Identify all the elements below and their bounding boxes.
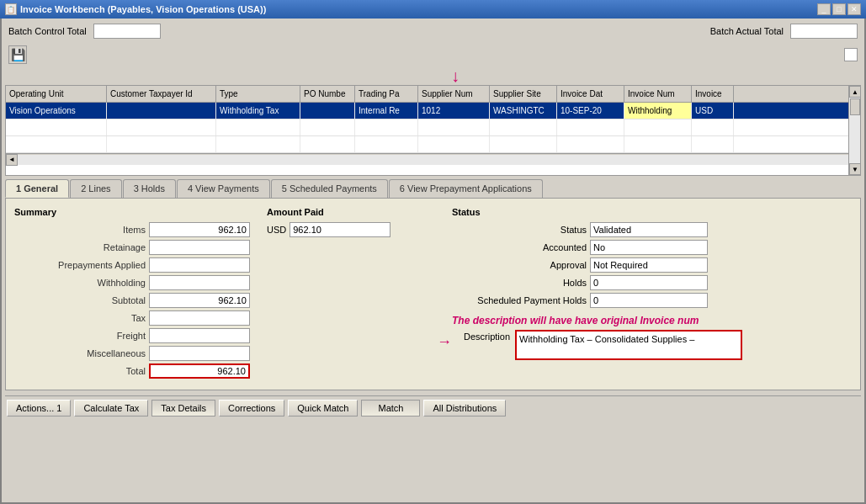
table-row[interactable] [6, 136, 860, 153]
actions-button[interactable]: Actions... 1 [7, 400, 71, 416]
subtotal-input[interactable] [149, 293, 250, 308]
calculate-tax-button[interactable]: Calculate Tax [74, 400, 148, 416]
description-box[interactable]: Withholding Tax – Consolidated Supplies … [515, 330, 742, 360]
batch-control-label: Batch Control Total [8, 26, 87, 36]
cell-supplier-site: WASHINGTC [490, 103, 557, 119]
currency-label: USD [267, 225, 286, 235]
items-input[interactable] [149, 222, 250, 237]
tab-content-general: Summary Items Retainage Prepayments Appl… [5, 198, 861, 390]
scroll-left-button[interactable]: ◄ [6, 154, 18, 166]
scroll-thumb[interactable] [850, 98, 860, 115]
toolbar-checkbox[interactable] [844, 48, 858, 61]
h-scroll-track[interactable] [18, 155, 848, 165]
status-approval-input[interactable] [590, 257, 708, 273]
freight-row: Freight [14, 328, 250, 343]
prepayments-input[interactable] [149, 257, 250, 273]
cell-empty [300, 136, 355, 152]
tab-scheduled-payments[interactable]: 5 Scheduled Payments [271, 179, 388, 198]
status-accounted-input[interactable] [590, 240, 708, 255]
minimize-button[interactable]: _ [817, 3, 831, 15]
right-section: Status Status Accounted Approval Ho [452, 207, 852, 381]
app-icon: 📋 [5, 3, 17, 15]
table-row[interactable] [6, 119, 860, 136]
amount-paid-input[interactable] [290, 222, 390, 237]
cell-empty [300, 119, 355, 135]
toolbar: 💾 [5, 44, 861, 66]
table-row[interactable]: Vision Operations Withholding Tax Intern… [6, 103, 860, 119]
corrections-button[interactable]: Corrections [219, 400, 284, 416]
tax-details-button[interactable]: Tax Details [151, 400, 215, 416]
tab-view-prepayment[interactable]: 6 View Prepayment Applications [389, 179, 543, 198]
quick-match-button[interactable]: Quick Match [288, 400, 358, 416]
horizontal-scrollbar[interactable]: ◄ ► [6, 153, 860, 165]
total-label: Total [45, 366, 146, 376]
amount-paid-section: Amount Paid USD [267, 207, 435, 381]
window-controls[interactable]: _ □ ✕ [817, 3, 861, 15]
description-label: Description [464, 332, 510, 342]
subtotal-label: Subtotal [45, 295, 146, 305]
total-input[interactable] [149, 363, 250, 379]
status-approval-row: Approval [452, 257, 852, 273]
withholding-input[interactable] [149, 275, 250, 290]
batch-actual-label: Batch Actual Total [710, 26, 784, 36]
total-row: Total [14, 363, 250, 379]
scroll-down-button[interactable]: ▼ [849, 163, 861, 175]
withholding-label: Withholding [45, 278, 146, 288]
maximize-button[interactable]: □ [832, 3, 846, 15]
cell-empty [692, 119, 734, 135]
status-accounted-label: Accounted [452, 242, 587, 252]
miscellaneous-row: Miscellaneous [14, 346, 250, 361]
grid-wrapper: ↓ Operating Unit Customer Taxpayer Id Ty… [5, 68, 861, 176]
cell-operating-unit: Vision Operations [6, 103, 107, 119]
cell-invoice-num: Withholding [624, 103, 692, 119]
retainage-input[interactable] [149, 240, 250, 255]
save-icon[interactable]: 💾 [8, 45, 27, 64]
status-holds-input[interactable] [590, 275, 708, 290]
tab-holds[interactable]: 3 Holds [123, 179, 176, 198]
scroll-track[interactable] [849, 98, 860, 163]
close-button[interactable]: ✕ [847, 3, 861, 15]
status-section: Status Status Accounted Approval Ho [452, 207, 852, 308]
items-row: Items [14, 222, 250, 237]
miscellaneous-input[interactable] [149, 346, 250, 361]
vertical-scrollbar[interactable]: ▲ ▼ [848, 86, 860, 175]
status-scheduled-holds-label: Scheduled Payment Holds [452, 295, 587, 305]
cell-empty [216, 119, 300, 135]
status-status-input[interactable] [590, 222, 708, 237]
match-button[interactable]: Match [361, 400, 420, 416]
cell-empty [216, 136, 300, 152]
freight-input[interactable] [149, 328, 250, 343]
status-status-row: Status [452, 222, 852, 237]
description-value: Withholding Tax – Consolidated Supplies … [519, 334, 694, 344]
tax-label: Tax [45, 313, 146, 323]
invoice-grid: Operating Unit Customer Taxpayer Id Type… [5, 85, 861, 176]
grid-header: Operating Unit Customer Taxpayer Id Type… [6, 86, 860, 103]
miscellaneous-label: Miscellaneous [45, 348, 146, 358]
prepayments-row: Prepayments Applied [14, 257, 250, 273]
bottom-bar: Actions... 1 Calculate Tax Tax Details C… [5, 395, 861, 418]
scroll-up-button[interactable]: ▲ [849, 86, 861, 98]
retainage-label: Retainage [45, 242, 146, 252]
tax-input[interactable] [149, 310, 250, 326]
window-title: Invoice Workbench (Payables, Vision Oper… [20, 4, 266, 14]
subtotal-row: Subtotal [14, 293, 250, 308]
tabs-bar: 1 General 2 Lines 3 Holds 4 View Payment… [5, 179, 861, 198]
batch-actual-input[interactable] [790, 24, 858, 39]
description-arrow: → [437, 333, 452, 351]
header-invoice-num: Invoice Num [624, 86, 692, 102]
status-scheduled-holds-input[interactable] [590, 293, 708, 308]
cell-supplier-num: 1012 [418, 103, 490, 119]
cell-empty [557, 119, 624, 135]
tab-view-payments[interactable]: 4 View Payments [177, 179, 270, 198]
freight-label: Freight [45, 331, 146, 341]
tab-lines[interactable]: 2 Lines [70, 179, 121, 198]
cell-empty [355, 136, 418, 152]
all-distributions-button[interactable]: All Distributions [423, 400, 506, 416]
batch-control-input[interactable] [93, 24, 161, 39]
status-scheduled-holds-row: Scheduled Payment Holds [452, 293, 852, 308]
cell-taxpayer [107, 103, 216, 119]
cell-empty [557, 136, 624, 152]
tab-general[interactable]: 1 General [5, 179, 69, 198]
header-invoice-last: Invoice [692, 86, 734, 102]
cell-empty [355, 119, 418, 135]
